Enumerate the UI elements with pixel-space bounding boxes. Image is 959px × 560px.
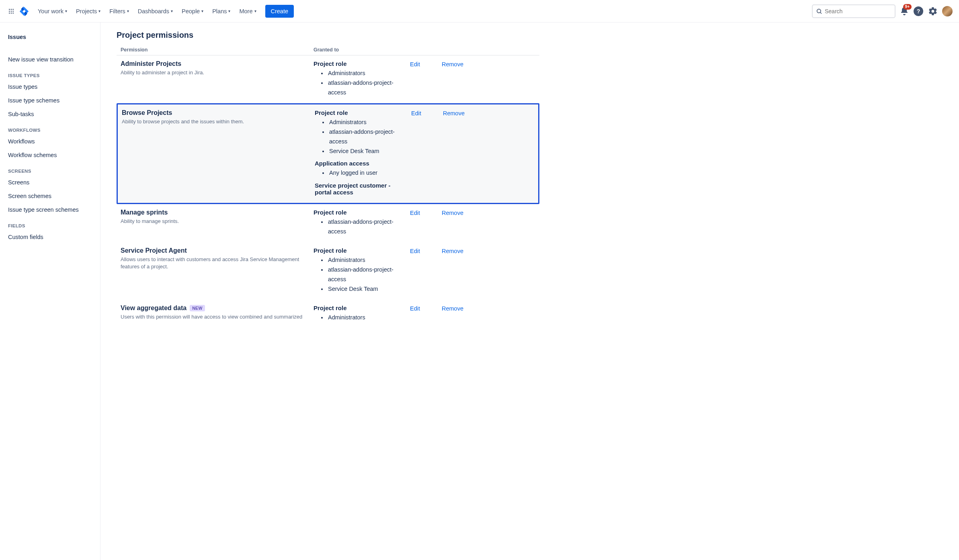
search-icon	[816, 8, 822, 14]
permission-name: Service Project Agent	[121, 247, 305, 254]
permission-info: Browse ProjectsAbility to browse project…	[122, 109, 315, 125]
svg-point-4	[11, 10, 12, 12]
remove-link[interactable]: Remove	[442, 210, 463, 216]
grant-group-header: Project role	[314, 247, 405, 254]
nav-item-label: Projects	[76, 8, 97, 14]
grant-group-header: Application access	[315, 160, 406, 167]
remove-link[interactable]: Remove	[442, 61, 463, 67]
body: Issues New issue view transition ISSUE T…	[0, 22, 959, 560]
permission-description: Users with this permission will have acc…	[121, 313, 305, 321]
permission-row: Browse ProjectsAbility to browse project…	[117, 103, 539, 204]
permission-description: Ability to browse projects and the issue…	[122, 118, 307, 125]
chevron-down-icon: ▾	[201, 9, 203, 13]
grant-list-item: Administrators	[327, 69, 405, 78]
grant-list: Administratorsatlassian-addons-project-a…	[315, 118, 406, 156]
edit-link[interactable]: Edit	[410, 248, 420, 254]
nav-item-label: Dashboards	[138, 8, 169, 14]
permission-actions: EditRemove	[410, 209, 463, 216]
nav-item-plans[interactable]: Plans▾	[208, 6, 234, 17]
grant-group-header: Project role	[315, 109, 406, 116]
granted-to: Project roleAdministratorsatlassian-addo…	[314, 247, 410, 294]
svg-point-0	[9, 9, 10, 10]
chevron-down-icon: ▾	[98, 9, 100, 13]
permission-info: View aggregated dataNEWUsers with this p…	[121, 305, 314, 321]
remove-link[interactable]: Remove	[443, 110, 465, 116]
nav-item-dashboards[interactable]: Dashboards▾	[134, 6, 177, 17]
app-switcher-icon[interactable]	[6, 6, 16, 16]
grant-group-header: Project role	[314, 305, 405, 311]
permission-info: Administer ProjectsAbility to administer…	[121, 60, 314, 76]
grant-list: Administratorsatlassian-addons-project-a…	[314, 255, 405, 294]
sidebar-item-sub-tasks[interactable]: Sub-tasks	[5, 108, 97, 121]
create-button[interactable]: Create	[265, 5, 294, 18]
permission-actions: EditRemove	[410, 305, 463, 312]
sidebar-item-screens[interactable]: Screens	[5, 176, 97, 189]
grant-list-item: atlassian-addons-project-access	[328, 127, 406, 147]
grant-list-item: Any logged in user	[328, 168, 406, 178]
nav-item-filters[interactable]: Filters▾	[105, 6, 133, 17]
sidebar-item-custom-fields[interactable]: Custom fields	[5, 231, 97, 243]
jira-logo-icon[interactable]	[19, 6, 29, 16]
topnav-right: 9+ ?	[812, 4, 953, 18]
nav-item-projects[interactable]: Projects▾	[72, 6, 105, 17]
grant-list-item: Service Desk Team	[327, 284, 405, 294]
nav-item-your-work[interactable]: Your work▾	[34, 6, 71, 17]
permissions-table-header: Permission Granted to	[117, 45, 539, 55]
permission-row: Manage sprintsAbility to manage sprints.…	[117, 204, 539, 242]
grant-list-item: Administrators	[327, 255, 405, 265]
new-badge: NEW	[190, 305, 205, 311]
help-button[interactable]: ?	[913, 6, 924, 16]
grant-list-item: Service Desk Team	[328, 147, 406, 156]
gear-icon	[928, 6, 938, 16]
chevron-down-icon: ▾	[65, 9, 67, 13]
permission-actions: EditRemove	[411, 109, 465, 116]
granted-to: Project roleAdministrators	[314, 305, 410, 323]
notifications-button[interactable]: 9+	[900, 6, 909, 16]
permission-name: Manage sprints	[121, 209, 305, 216]
svg-point-6	[9, 12, 10, 14]
search-box[interactable]	[812, 4, 895, 18]
sidebar-item-issue-types[interactable]: Issue types	[5, 80, 97, 93]
sidebar-item-issue-type-screen-schemes[interactable]: Issue type screen schemes	[5, 203, 97, 216]
permission-row: View aggregated dataNEWUsers with this p…	[117, 300, 539, 328]
permission-row: Administer ProjectsAbility to administer…	[117, 55, 539, 103]
profile-avatar[interactable]	[942, 6, 953, 16]
permission-description: Ability to administer a project in Jira.	[121, 69, 305, 76]
remove-link[interactable]: Remove	[442, 248, 463, 254]
permission-name: Administer Projects	[121, 60, 305, 67]
svg-point-1	[11, 9, 12, 10]
svg-point-3	[9, 10, 10, 12]
sidebar-item-issues[interactable]: Issues	[5, 31, 97, 43]
top-navigation: Your work▾Projects▾Filters▾Dashboards▾Pe…	[0, 0, 959, 22]
nav-item-label: People	[182, 8, 200, 14]
search-input[interactable]	[825, 8, 895, 14]
sidebar-item-new-issue-view-transition[interactable]: New issue view transition	[5, 53, 97, 66]
grant-list-item: atlassian-addons-project-access	[327, 217, 405, 237]
grant-list: atlassian-addons-project-access	[314, 217, 405, 237]
edit-link[interactable]: Edit	[410, 61, 420, 67]
nav-item-more[interactable]: More▾	[235, 6, 260, 17]
sidebar-item-screen-schemes[interactable]: Screen schemes	[5, 190, 97, 202]
grant-list-item: Administrators	[327, 313, 405, 323]
granted-to: Project roleAdministratorsatlassian-addo…	[314, 60, 410, 98]
sidebar-item-workflow-schemes[interactable]: Workflow schemes	[5, 149, 97, 161]
grant-list-item: atlassian-addons-project-access	[327, 78, 405, 98]
sidebar-item-workflows[interactable]: Workflows	[5, 135, 97, 148]
sidebar-section-header: SCREENS	[5, 162, 97, 176]
permission-description: Ability to manage sprints.	[121, 218, 305, 225]
remove-link[interactable]: Remove	[442, 305, 463, 312]
settings-button[interactable]	[928, 6, 938, 16]
column-header-granted-to: Granted to	[314, 47, 535, 53]
page-title: Project permissions	[117, 31, 539, 40]
permission-row: Service Project AgentAllows users to int…	[117, 242, 539, 300]
edit-link[interactable]: Edit	[410, 210, 420, 216]
edit-link[interactable]: Edit	[410, 305, 420, 312]
edit-link[interactable]: Edit	[411, 110, 421, 116]
svg-point-5	[12, 10, 14, 12]
sidebar-section-header: WORKFLOWS	[5, 121, 97, 135]
chevron-down-icon: ▾	[127, 9, 129, 13]
svg-point-2	[12, 9, 14, 10]
nav-item-people[interactable]: People▾	[178, 6, 207, 17]
sidebar-item-issue-type-schemes[interactable]: Issue type schemes	[5, 94, 97, 107]
permission-description: Allows users to interact with customers …	[121, 256, 305, 270]
